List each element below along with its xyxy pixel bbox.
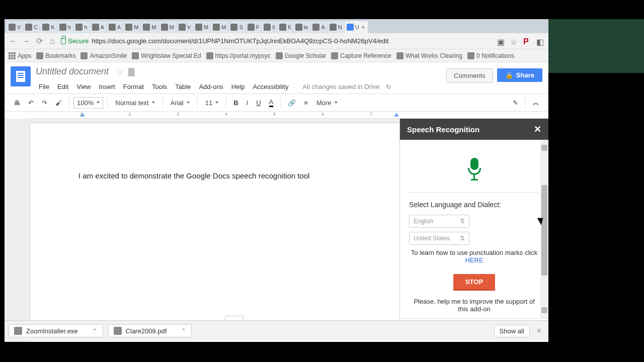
reload-button[interactable]: ⟳ <box>35 37 44 46</box>
print-button[interactable]: 🖶 <box>11 97 23 109</box>
file-icon <box>114 327 122 335</box>
paint-format-button[interactable]: 🖌 <box>52 97 65 109</box>
redo-button[interactable]: ↷ <box>39 97 50 109</box>
font-dropdown[interactable]: Arial <box>167 97 193 109</box>
download-item[interactable]: ZoomInstaller.exe⌃ <box>9 324 103 337</box>
docs-logo[interactable] <box>11 66 31 86</box>
document-body-text: I am excited to demonstrate the Google D… <box>78 171 309 180</box>
star-icon[interactable]: ☆ <box>510 37 518 45</box>
address-bar: ← → ⟳ ⌂ Secure https://docs.google.com/d… <box>5 33 548 49</box>
help-link[interactable]: HERE <box>465 256 483 264</box>
camera-icon[interactable]: ▣ <box>497 37 505 45</box>
history-icon[interactable]: ↻ <box>383 81 394 92</box>
lock-share-icon: 🔒 <box>505 71 513 79</box>
browser-tab[interactable]: V <box>7 21 23 33</box>
text-color-button[interactable]: A <box>266 96 277 109</box>
share-button[interactable]: 🔒 Share <box>497 68 542 82</box>
dialect-select[interactable]: United States ⇅ <box>409 232 469 245</box>
menu-accessibility[interactable]: Accessibility <box>250 81 292 92</box>
style-dropdown[interactable]: Normal text <box>112 97 158 109</box>
menu-add-ons[interactable]: Add-ons <box>196 81 226 92</box>
document-title[interactable]: Untitled document <box>36 66 109 77</box>
browser-tab-active[interactable]: U× <box>345 21 368 33</box>
language-select[interactable]: English ⇅ <box>409 215 469 228</box>
chevron-up-icon[interactable]: ⌃ <box>92 327 98 335</box>
microphone-button[interactable] <box>464 158 485 180</box>
show-all-downloads[interactable]: Show all <box>494 325 530 337</box>
browser-tab[interactable]: A <box>107 21 123 33</box>
home-button[interactable]: ⌂ <box>48 37 57 46</box>
pinterest-icon[interactable]: P <box>523 37 531 45</box>
close-tab-icon[interactable]: × <box>361 24 366 30</box>
close-panel-button[interactable]: ✕ <box>534 124 541 135</box>
browser-tab[interactable]: M <box>123 21 140 33</box>
ruler-tick: 2 <box>128 112 131 117</box>
page[interactable]: I am excited to demonstrate the Google D… <box>30 123 399 342</box>
comments-button[interactable]: Comments <box>446 68 493 83</box>
panel-scrollbar[interactable] <box>540 140 548 318</box>
bookmark-item[interactable]: AmazonSmile <box>80 52 127 59</box>
fontsize-dropdown[interactable]: 11 <box>202 97 222 109</box>
browser-tab[interactable]: K <box>40 21 56 33</box>
menu-table[interactable]: Table <box>172 81 194 92</box>
back-button[interactable]: ← <box>9 37 18 46</box>
browser-tab[interactable]: M <box>159 21 176 33</box>
menu-tools[interactable]: Tools <box>149 81 170 92</box>
zoom-dropdown[interactable]: 100% <box>73 97 103 109</box>
browser-tab[interactable]: S <box>228 21 245 33</box>
align-button[interactable]: ≡ <box>301 97 311 109</box>
indent-marker-right[interactable] <box>394 113 399 117</box>
ruler-tick: 1 <box>80 112 83 117</box>
browser-tab[interactable]: A <box>90 21 106 33</box>
browser-tab[interactable]: N <box>328 21 344 33</box>
bookmark-item[interactable]: Google Scholar <box>276 52 327 59</box>
formatting-toolbar: 🖶 ↶ ↷ 🖌 100% Normal text Arial 11 B I U … <box>5 94 548 112</box>
menu-format[interactable]: Format <box>120 81 147 92</box>
document-canvas[interactable]: I am excited to demonstrate the Google D… <box>5 119 399 342</box>
browser-tab[interactable]: V <box>177 21 193 33</box>
close-downloads-bar[interactable]: × <box>534 326 544 335</box>
italic-button[interactable]: I <box>244 97 252 109</box>
browser-tab[interactable]: F <box>246 21 262 33</box>
download-item[interactable]: Clare2009.pdf⌃ <box>108 324 192 337</box>
browser-tab[interactable]: M <box>211 21 228 33</box>
folder-icon[interactable]: ▇ <box>128 67 134 76</box>
ruler-tick: 3 <box>177 112 179 117</box>
menu-insert[interactable]: Insert <box>96 81 118 92</box>
bookmark-item[interactable]: Capture Reference <box>331 52 391 59</box>
browser-tab[interactable]: M <box>193 21 210 33</box>
bookmark-item[interactable]: Bookmarks <box>36 52 75 59</box>
apps-button[interactable]: Apps <box>9 52 31 59</box>
chevron-up-icon[interactable]: ⌃ <box>181 327 186 335</box>
ruler[interactable]: 1234567 <box>30 112 548 119</box>
bold-button[interactable]: B <box>230 97 241 109</box>
editing-mode-button[interactable]: ✎ <box>510 97 521 109</box>
browser-tab[interactable]: C <box>23 21 40 33</box>
menu-view[interactable]: View <box>73 81 94 92</box>
more-dropdown[interactable]: More <box>313 97 341 109</box>
menu-edit[interactable]: Edit <box>54 81 71 92</box>
browser-tab[interactable]: fi <box>277 21 293 33</box>
browser-tab[interactable]: M <box>141 21 158 33</box>
browser-tab[interactable]: A <box>310 21 327 33</box>
stop-button[interactable]: STOP <box>453 274 495 290</box>
browser-tab[interactable]: h <box>73 21 89 33</box>
bookmark-item[interactable]: What Works Clearing <box>396 52 462 59</box>
underline-button[interactable]: U <box>253 97 264 109</box>
undo-button[interactable]: ↶ <box>25 97 37 109</box>
ruler-tick: 4 <box>225 112 227 117</box>
bookmark-item[interactable]: 0 Notifications <box>467 52 514 59</box>
extension-icon[interactable]: ◧ <box>536 37 544 45</box>
browser-tab[interactable]: Ir <box>57 21 73 33</box>
star-doc-icon[interactable]: ☆ <box>116 67 123 76</box>
browser-tab[interactable]: le <box>293 21 310 33</box>
link-button[interactable]: 🔗 <box>285 97 299 109</box>
menu-help[interactable]: Help <box>228 81 248 92</box>
collapse-toolbar-button[interactable]: ︽ <box>530 96 542 109</box>
menu-file[interactable]: File <box>36 81 52 92</box>
forward-button[interactable]: → <box>22 37 31 46</box>
bookmark-item[interactable]: https://portal.mypsyc <box>206 52 271 59</box>
url-field[interactable]: Secure https://docs.google.com/document/… <box>61 37 493 45</box>
browser-tab[interactable]: li <box>262 21 277 33</box>
bookmark-item[interactable]: Wrightslaw Special Ed <box>132 52 201 59</box>
